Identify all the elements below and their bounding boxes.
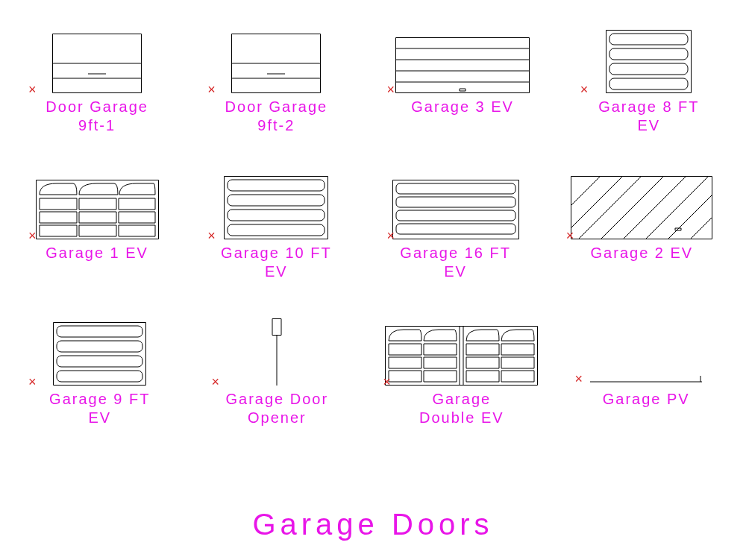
svg-rect-20 [40, 198, 77, 210]
garage-8-ft-ev-icon [606, 30, 692, 93]
svg-rect-18 [609, 78, 688, 89]
block-garage-8-ft-ev[interactable]: × Garage 8 FT EV [582, 30, 716, 135]
svg-rect-13 [460, 89, 466, 91]
svg-rect-27 [79, 225, 116, 236]
svg-rect-34 [392, 180, 518, 239]
block-label: Garage Door Opener [226, 390, 329, 427]
svg-rect-23 [40, 212, 77, 223]
svg-rect-25 [119, 212, 155, 223]
block-library-grid: × Door Garage 9ft-1 × Door Garage 9ft-2 [30, 30, 716, 468]
svg-rect-30 [228, 180, 325, 191]
block-garage-3-ev[interactable]: × Garage 3 EV [389, 30, 537, 135]
thumbnail: × [207, 322, 348, 386]
block-door-garage-9ft-2[interactable]: × Door Garage 9ft-2 [209, 30, 343, 135]
svg-rect-50 [57, 326, 142, 337]
svg-rect-49 [54, 323, 146, 386]
svg-rect-38 [396, 224, 515, 234]
garage-door-opener-icon [262, 318, 292, 386]
door-garage-9ft-1-icon [52, 34, 142, 93]
row-1: × Door Garage 9ft-1 × Door Garage 9ft-2 [30, 30, 716, 135]
insertion-point-icon: × [212, 374, 220, 390]
svg-rect-52 [57, 356, 142, 367]
svg-rect-61 [389, 371, 421, 382]
insertion-point-icon: × [207, 82, 216, 98]
svg-rect-14 [606, 31, 692, 93]
svg-rect-28 [119, 225, 155, 236]
garage-10-ft-ev-icon [224, 176, 328, 239]
svg-rect-59 [389, 357, 421, 368]
insertion-point-icon: × [574, 371, 583, 387]
block-label: Door Garage 9ft-1 [46, 98, 148, 135]
block-garage-16-ft-ev[interactable]: × Garage 16 FT EV [389, 176, 523, 281]
svg-rect-66 [501, 344, 534, 355]
svg-line-46 [668, 195, 712, 239]
page-title: Garage Doors [0, 508, 746, 541]
thumbnail: × [30, 322, 170, 386]
garage-2-ev-icon [571, 176, 712, 239]
svg-rect-29 [225, 177, 328, 239]
svg-rect-22 [119, 198, 155, 210]
svg-rect-35 [396, 183, 515, 194]
insertion-point-icon: × [28, 82, 37, 98]
svg-rect-21 [79, 198, 116, 210]
block-label: Door Garage 9ft-2 [225, 98, 328, 135]
svg-rect-31 [228, 195, 325, 206]
block-label: Garage 1 EV [46, 244, 148, 262]
row-3: × Garage 9 FT EV × Garage Door Opener [30, 322, 716, 427]
svg-line-41 [571, 176, 601, 206]
block-label: Garage 16 FT EV [400, 244, 511, 281]
block-door-garage-9ft-1[interactable]: × Door Garage 9ft-1 [30, 30, 164, 135]
svg-rect-65 [466, 344, 499, 355]
svg-line-47 [690, 217, 712, 239]
block-garage-10-ft-ev[interactable]: × Garage 10 FT EV [209, 176, 343, 281]
svg-rect-26 [40, 225, 77, 236]
block-label: Garage 9 FT EV [49, 390, 150, 427]
block-label: Garage 10 FT EV [221, 244, 332, 281]
svg-rect-58 [424, 344, 457, 355]
svg-rect-33 [228, 224, 325, 236]
thumbnail: × [30, 30, 164, 93]
svg-rect-57 [389, 344, 421, 355]
svg-rect-39 [571, 177, 712, 239]
thumbnail: × [209, 30, 343, 93]
thumbnail: × [576, 322, 716, 386]
block-garage-1-ev[interactable]: × Garage 1 EV [30, 176, 164, 281]
thumbnail: × [568, 176, 716, 239]
block-label: Garage 8 FT EV [598, 98, 699, 135]
block-garage-pv[interactable]: × Garage PV [576, 322, 716, 427]
block-label: Garage Double EV [419, 390, 504, 427]
block-garage-door-opener[interactable]: × Garage Door Opener [207, 322, 348, 427]
insertion-point-icon: × [207, 228, 216, 244]
garage-1-ev-icon [36, 180, 159, 239]
insertion-point-icon: × [580, 82, 589, 98]
insertion-point-icon: × [387, 82, 395, 98]
garage-3-ev-icon [395, 37, 530, 93]
door-garage-9ft-2-icon [231, 34, 321, 93]
svg-rect-56 [386, 327, 538, 386]
svg-rect-15 [609, 34, 688, 45]
svg-rect-24 [79, 212, 116, 223]
block-label: Garage 3 EV [411, 98, 514, 116]
garage-9-ft-ev-icon [53, 322, 146, 386]
svg-rect-51 [57, 341, 142, 352]
block-garage-double-ev[interactable]: × Garage Double EV [384, 322, 539, 427]
thumbnail: × [209, 176, 343, 239]
svg-rect-17 [609, 63, 688, 75]
thumbnail: × [30, 176, 164, 239]
svg-rect-69 [466, 371, 499, 382]
block-garage-9-ft-ev[interactable]: × Garage 9 FT EV [30, 322, 170, 427]
thumbnail: × [582, 30, 716, 93]
block-label: Garage 2 EV [591, 244, 694, 262]
svg-rect-70 [501, 371, 534, 382]
svg-rect-32 [228, 210, 325, 221]
svg-rect-54 [272, 319, 281, 336]
row-2: × Garage 1 EV × Garage 10 FT EV [30, 176, 716, 281]
svg-rect-62 [424, 371, 457, 382]
block-garage-2-ev[interactable]: × Garage 2 EV [568, 176, 716, 281]
svg-rect-53 [57, 371, 142, 382]
garage-16-ft-ev-icon [392, 180, 519, 239]
thumbnail: × [384, 322, 539, 386]
svg-rect-60 [424, 357, 457, 368]
block-label: Garage PV [603, 390, 690, 409]
garage-double-ev-icon [385, 326, 538, 386]
